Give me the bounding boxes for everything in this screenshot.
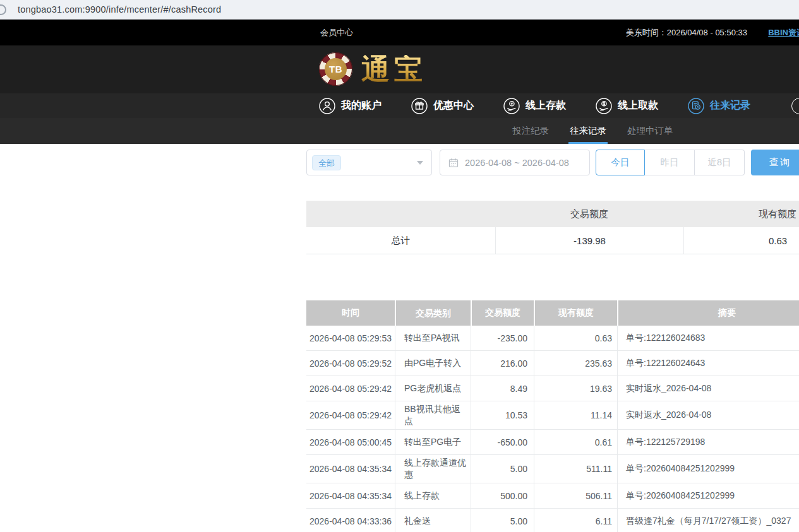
gift-icon — [411, 98, 428, 114]
summary-transaction-total: -139.98 — [495, 227, 683, 254]
summary-header-transaction: 交易额度 — [495, 201, 683, 227]
deposit-icon — [503, 98, 520, 114]
summary-header-row: 交易额度 现有额度 — [306, 201, 799, 227]
table-row: 2026-04-08 04:35:34 线上存款通道优惠 5.00 511.11… — [306, 455, 799, 483]
table-row: 2026-04-08 05:29:42 PG老虎机返点 8.49 19.63 实… — [306, 376, 799, 401]
nav-my-account[interactable]: 我的账户 — [319, 98, 381, 114]
cell-balance: 11.14 — [534, 401, 617, 429]
today-button[interactable]: 今日 — [596, 150, 645, 175]
cell-amount: -650.00 — [471, 430, 534, 454]
table-row: 2026-04-08 05:29:53 转出至PA视讯 -235.00 0.63… — [306, 326, 799, 351]
summary-balance-total: 0.63 — [683, 227, 799, 254]
cell-summary: 实时返水_2026-04-08 — [617, 401, 799, 429]
nav-promotions[interactable]: 优惠中心 — [411, 98, 474, 114]
summary-total-label: 总计 — [306, 227, 495, 254]
cell-amount: -235.00 — [471, 326, 534, 350]
cell-balance: 0.61 — [534, 430, 617, 454]
cell-amount: 216.00 — [471, 351, 534, 375]
cell-time: 2026-04-08 05:29:42 — [306, 401, 395, 429]
bbin-news-link[interactable]: BBIN资讯 — [768, 20, 799, 45]
chip-badge: TB — [325, 58, 347, 80]
cell-balance: 6.11 — [534, 509, 617, 532]
cell-type: 转出至PA视讯 — [395, 326, 471, 350]
tab-pending-orders[interactable]: 处理中订单 — [627, 118, 674, 144]
records-table: 时间 交易类别 交易额度 现有额度 摘要 2026-04-08 05:29:53… — [306, 300, 799, 532]
cell-time: 2026-04-08 04:33:36 — [306, 509, 395, 532]
cell-time: 2026-04-08 05:00:45 — [306, 430, 395, 454]
cell-time: 2026-04-08 05:29:53 — [306, 326, 395, 350]
cell-time: 2026-04-08 04:35:34 — [306, 455, 395, 483]
cell-type: 线上存款 — [395, 483, 471, 508]
nav-deposit[interactable]: 线上存款 — [503, 98, 566, 114]
date-range-value: 2026-04-08 ~ 2026-04-08 — [465, 158, 569, 168]
last8days-button[interactable]: 近8日 — [695, 150, 745, 175]
cell-summary: 单号:202604084251202999 — [617, 483, 799, 508]
col-header-time: 时间 — [306, 300, 395, 326]
member-center-label: 会员中心 — [320, 20, 353, 45]
nav-label: 线上存款 — [526, 99, 566, 112]
summary-total-row: 总计 -139.98 0.63 — [306, 227, 799, 254]
filter-bar: 全部 2026-04-08 ~ 2026-04-08 今日 昨日 近8日 查询 — [306, 150, 799, 175]
cell-balance: 506.11 — [534, 483, 617, 508]
cell-balance: 0.63 — [534, 326, 617, 350]
table-header-row: 时间 交易类别 交易额度 现有额度 摘要 — [306, 300, 799, 326]
table-row: 2026-04-08 04:33:36 礼金送 5.00 6.11 晋级逢7礼金… — [306, 509, 799, 532]
table-row: 2026-04-08 05:29:52 由PG电子转入 216.00 235.6… — [306, 351, 799, 376]
site-logo[interactable]: TB 通宝 — [319, 52, 427, 86]
col-header-amount: 交易额度 — [471, 300, 534, 326]
cell-amount: 5.00 — [471, 509, 534, 532]
cell-type: 礼金送 — [395, 509, 471, 532]
summary-header-empty — [306, 201, 495, 227]
cell-type: 线上存款通道优惠 — [395, 455, 471, 483]
col-header-type: 交易类别 — [395, 300, 471, 326]
cell-time: 2026-04-08 04:35:34 — [306, 483, 395, 508]
nav-label: 往来记录 — [710, 99, 750, 112]
page: tongbao31.com:9900/infe/mcenter/#/cashRe… — [0, 0, 799, 532]
cell-type: 由PG电子转入 — [395, 351, 471, 375]
nav-records[interactable]: 往来记录 — [688, 98, 750, 114]
cell-balance: 19.63 — [534, 376, 617, 401]
cell-type: BB视讯其他返点 — [395, 401, 471, 429]
summary-header-balance: 现有额度 — [683, 201, 799, 227]
cell-summary: 实时返水_2026-04-08 — [617, 376, 799, 401]
page-info-icon[interactable] — [0, 4, 6, 15]
yesterday-button[interactable]: 昨日 — [645, 150, 695, 175]
type-select[interactable]: 全部 — [306, 150, 432, 175]
cell-balance: 511.11 — [534, 455, 617, 483]
cell-summary: 单号:202604084251202999 — [617, 455, 799, 483]
cell-time: 2026-04-08 05:29:52 — [306, 351, 395, 375]
date-range-input[interactable]: 2026-04-08 ~ 2026-04-08 — [440, 150, 590, 175]
main-nav: 我的账户 优惠中心 线上存款 — [0, 93, 799, 118]
table-row: 2026-04-08 04:35:34 线上存款 500.00 506.11 单… — [306, 483, 799, 509]
type-select-tag[interactable]: 全部 — [312, 155, 341, 170]
user-icon — [319, 98, 335, 114]
table-row: 2026-04-08 05:29:42 BB视讯其他返点 10.53 11.14… — [306, 401, 799, 430]
time-label: 美东时间： — [626, 28, 667, 37]
browser-address-bar[interactable]: tongbao31.com:9900/infe/mcenter/#/cashRe… — [0, 0, 799, 20]
url-text[interactable]: tongbao31.com:9900/infe/mcenter/#/cashRe… — [18, 0, 221, 19]
cell-amount: 5.00 — [471, 455, 534, 483]
quick-range-group: 今日 昨日 近8日 — [596, 150, 745, 175]
sub-nav: 投注纪录 往来记录 处理中订单 — [0, 118, 799, 144]
cell-amount: 8.49 — [471, 376, 534, 401]
nav-partial-icon — [791, 98, 799, 114]
nav-label: 线上取款 — [618, 99, 658, 112]
table-row: 2026-04-08 05:00:45 转出至PG电子 -650.00 0.61… — [306, 430, 799, 455]
nav-label: 我的账户 — [341, 99, 381, 112]
nav-label: 优惠中心 — [433, 99, 474, 112]
cell-summary: 单号:122126024643 — [617, 351, 799, 375]
top-info-bar: 会员中心 美东时间：2026/04/08 - 05:50:33 BBIN资讯 — [0, 20, 799, 45]
nav-withdraw[interactable]: 线上取款 — [596, 98, 658, 114]
cell-amount: 500.00 — [471, 483, 534, 508]
cell-time: 2026-04-08 05:29:42 — [306, 376, 395, 401]
tab-cash-records[interactable]: 往来记录 — [569, 118, 607, 144]
eastern-time: 美东时间：2026/04/08 - 05:50:33 — [626, 20, 747, 45]
summary-table: 交易额度 现有额度 总计 -139.98 0.63 — [306, 201, 799, 254]
brand-name: 通宝 — [361, 55, 427, 83]
calendar-icon — [448, 158, 459, 168]
search-button[interactable]: 查询 — [751, 150, 799, 175]
col-header-summary: 摘要 — [617, 300, 799, 326]
tab-bet-records[interactable]: 投注纪录 — [512, 118, 550, 144]
chevron-down-icon — [417, 161, 423, 165]
time-value: 2026/04/08 - 05:50:33 — [667, 28, 747, 37]
